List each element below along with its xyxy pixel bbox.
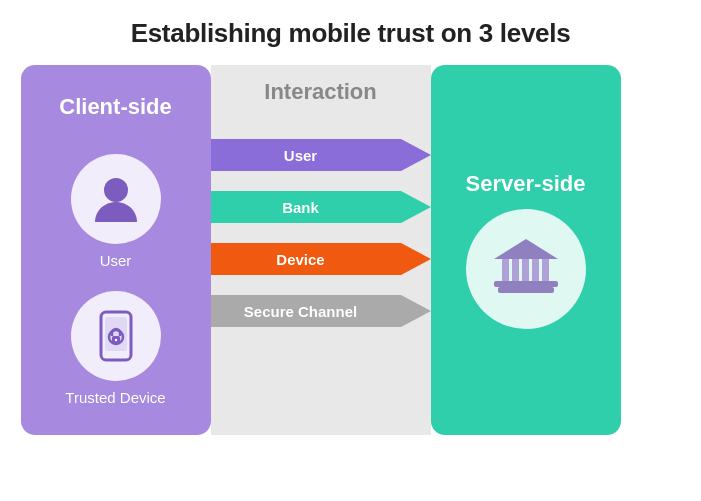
svg-point-0	[104, 178, 128, 202]
svg-rect-14	[522, 259, 529, 281]
user-label: User	[100, 252, 132, 269]
client-header: Client-side	[59, 94, 171, 120]
page-title: Establishing mobile trust on 3 levels	[131, 18, 571, 49]
arrows-container: User Bank Device Secure	[211, 133, 431, 333]
device-icon-circle	[71, 291, 161, 381]
svg-rect-2	[105, 317, 127, 351]
svg-rect-12	[502, 259, 509, 281]
user-block: User	[71, 154, 161, 269]
device-label: Trusted Device	[65, 389, 165, 406]
svg-rect-15	[532, 259, 539, 281]
phone-lock-icon	[91, 309, 141, 363]
bank-building-icon	[486, 229, 566, 309]
server-header: Server-side	[466, 171, 586, 197]
svg-rect-16	[542, 259, 549, 281]
diagram: Client-side User Tr	[21, 65, 681, 435]
interaction-header: Interaction	[264, 79, 376, 105]
server-icon-circle	[466, 209, 586, 329]
svg-rect-13	[512, 259, 519, 281]
user-icon-circle	[71, 154, 161, 244]
col-server: Server-side	[431, 65, 621, 435]
svg-point-5	[114, 339, 116, 341]
user-icon	[89, 172, 143, 226]
col-client: Client-side User Tr	[21, 65, 211, 435]
col-interaction: Interaction User Bank De	[211, 65, 431, 435]
svg-rect-10	[498, 287, 554, 293]
svg-marker-17	[494, 239, 558, 259]
svg-rect-11	[494, 281, 558, 287]
device-block: Trusted Device	[65, 291, 165, 406]
